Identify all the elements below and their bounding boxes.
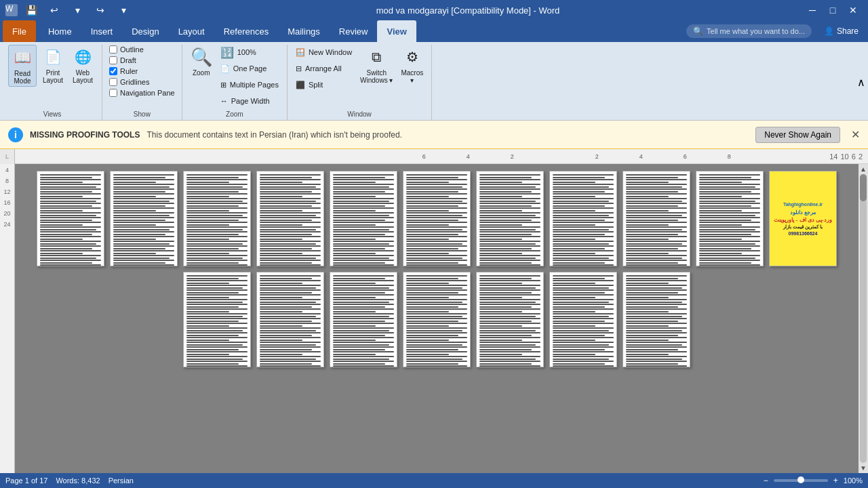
language: Persian [108,476,134,485]
window-options: 🪟 New Window ⊟ Arrange All [293,45,355,92]
page-thumb [330,171,397,266]
read-mode-button[interactable]: 📖 Read Mode [8,45,37,87]
ribbon: File Home Insert Design Layout Reference… [0,20,868,121]
ruler-checkbox-row[interactable]: Ruler [108,66,176,76]
ad-phone: 09981366624 [789,231,818,236]
never-show-again-button[interactable]: Never Show Again [755,127,840,143]
outline-checkbox[interactable] [109,45,117,54]
notification-close-button[interactable]: ✕ [851,128,860,141]
page-thumb [403,171,471,266]
gridlines-checkbox-row[interactable]: Gridlines [108,77,176,87]
show-group-content: Outline Draft Ruler Gridlines [108,45,176,108]
close-button[interactable]: ✕ [844,1,863,20]
horizontal-ruler: L 6 4 2 2 4 6 8 14 10 6 2 [0,149,868,164]
zoom-slider-thumb[interactable] [797,476,804,483]
page-thumb [696,171,764,266]
one-page-button[interactable]: 📄 One Page [218,61,281,76]
tab-references[interactable]: References [214,20,278,42]
save-button[interactable]: 💾 [22,1,41,20]
navpane-checkbox-row[interactable]: Navigation Pane [108,88,176,98]
outline-checkbox-row[interactable]: Outline [108,45,176,54]
page-info: Page 1 of 17 [5,476,47,485]
ribbon-content: 📖 Read Mode 📄 Print Layout 🌐 Web Layout [0,42,868,120]
zoom-button[interactable]: 🔍 Zoom [188,45,215,78]
page-thumb [623,272,690,367]
document-area: Tahghighonline.ir مرجع دانلود ورد-پی دی … [15,164,868,473]
print-layout-button[interactable]: 📄 Print Layout [39,45,66,85]
navpane-checkbox[interactable] [109,89,117,97]
page-content [37,171,104,266]
scroll-up-button[interactable]: ▲ [860,165,867,173]
tab-design[interactable]: Design [122,20,168,42]
tab-home[interactable]: Home [39,20,81,42]
page-thumb [110,171,178,266]
scroll-thumb[interactable] [860,174,867,201]
ribbon-search-box[interactable]: 🔍 Tell me what you want to do... [686,24,812,38]
page-thumb [623,171,690,266]
vertical-scrollbar[interactable]: ▲ ▼ [859,164,868,473]
split-icon: ⬛ [296,81,305,89]
ribbon-tab-bar: File Home Insert Design Layout Reference… [0,20,868,42]
maximize-button[interactable]: □ [823,1,842,20]
ruler-checkbox[interactable] [109,67,117,75]
minimize-button[interactable]: ─ [803,1,822,20]
window-row-1: 🪟 New Window [293,45,355,60]
tab-view[interactable]: View [377,20,416,42]
gridlines-checkbox[interactable] [109,78,117,86]
share-button[interactable]: 👤 Share [817,26,865,36]
share-icon: 👤 [824,26,834,36]
notification-bar: i MISSING PROOFING TOOLS This document c… [0,121,868,149]
new-window-button[interactable]: 🪟 New Window [293,45,355,60]
macros-icon: ⚙ [401,46,423,68]
zoom-group: 🔍 Zoom 🔢 100% 📄 One Page [182,45,288,120]
draft-checkbox[interactable] [109,56,117,64]
quick-access-button[interactable]: ▾ [114,1,133,20]
tab-insert[interactable]: Insert [81,20,123,42]
zoom-in-button[interactable]: + [833,476,838,485]
show-group-label: Show [108,108,176,120]
title-bar-left: W 💾 ↩ ▾ ↪ ▾ [5,1,133,20]
views-group-label: Views [8,108,96,120]
zoom-area: 🔍 Zoom [188,45,215,78]
page-thumb [549,272,617,367]
web-layout-button[interactable]: 🌐 Web Layout [69,45,96,85]
ruler-corner-icon: L [0,149,14,164]
ruler-numbers: 14 10 6 2 [829,152,863,161]
show-options: Outline Draft Ruler Gridlines [108,45,176,98]
split-button[interactable]: ⬛ Split [293,77,326,92]
ruler-markings: 6 4 2 2 4 6 8 [422,153,731,160]
draft-checkbox-row[interactable]: Draft [108,56,176,65]
undo-dropdown-button[interactable]: ▾ [68,1,87,20]
zoom-out-button[interactable]: − [764,476,768,485]
print-layout-icon: 📄 [42,46,64,68]
tab-review[interactable]: Review [330,20,378,42]
pages-row-2 [183,272,690,367]
page-thumb [256,272,324,367]
macros-button[interactable]: ⚙ Macros ▾ [398,45,426,85]
title-bar: W 💾 ↩ ▾ ↪ ▾ mod va modgarayi [Compatibil… [0,0,868,20]
page-thumb [476,171,544,266]
multiple-pages-button[interactable]: ⊞ Multiple Pages [218,77,281,92]
ad-subtitle: با کمترین قیمت بازار [783,224,823,230]
read-mode-icon: 📖 [12,47,33,68]
tab-layout[interactable]: Layout [169,20,214,42]
tab-mailings[interactable]: Mailings [278,20,330,42]
page-thumb [37,171,104,266]
zoom-slider[interactable] [774,479,828,482]
page-thumb [183,272,251,367]
tab-file[interactable]: File [3,20,36,42]
redo-button[interactable]: ↪ [91,1,110,20]
undo-button[interactable]: ↩ [45,1,64,20]
switch-windows-button[interactable]: ⧉ Switch Windows ▾ [357,45,395,85]
window-group-label: Window [293,108,426,120]
scroll-down-button[interactable]: ▼ [860,464,867,472]
arrange-all-button[interactable]: ⊟ Arrange All [293,61,344,76]
page-width-button[interactable]: ↔ Page Width [218,94,281,108]
search-icon: 🔍 [693,26,703,36]
status-bar: Page 1 of 17 Words: 8,432 Persian − + 10… [0,473,868,488]
ribbon-collapse-button[interactable]: ∧ [857,76,865,89]
zoom-percent-button[interactable]: 🔢 100% [218,45,281,60]
zoom-pages: 🔢 100% 📄 One Page ⊞ Multiple Pages ↔ [218,45,281,108]
scroll-track[interactable] [860,174,867,463]
ad-tagline: مرجع دانلود [790,209,816,216]
